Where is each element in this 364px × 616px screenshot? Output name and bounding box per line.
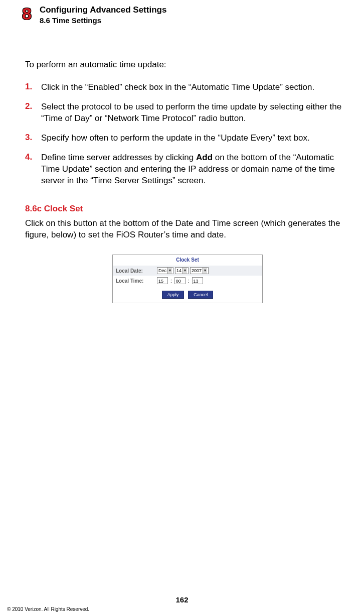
page-number: 162 (0, 595, 364, 604)
local-time-row: Local Time: 15 : 00 : 13 (113, 276, 262, 286)
step-number: 3. (25, 133, 36, 144)
step-text-part: Define time server addresses by clicking (41, 153, 196, 162)
local-date-label: Local Date: (116, 268, 157, 274)
dropdown-icon: ▾ (183, 268, 187, 274)
page-header: 8 Configuring Advanced Settings 8.6 Time… (22, 5, 350, 25)
step-item: 3. Specify how often to perform the upda… (25, 133, 350, 144)
time-colon: : (187, 278, 191, 284)
cancel-button[interactable]: Cancel (188, 291, 213, 299)
step-item: 1. Click in the “Enabled” check box in t… (25, 82, 350, 93)
clock-set-dialog: Clock Set Local Date: Dec▾ 14▾ 2007▾ Loc… (112, 255, 263, 303)
step-item: 4. Define time server addresses by click… (25, 152, 350, 187)
year-value: 2007 (192, 268, 202, 273)
dropdown-icon: ▾ (203, 268, 207, 274)
chapter-title: Configuring Advanced Settings (40, 5, 166, 15)
local-time-label: Local Time: (116, 278, 157, 284)
day-select[interactable]: 14▾ (175, 267, 189, 274)
section-title: 8.6 Time Settings (40, 16, 166, 25)
step-text: Define time server addresses by clicking… (41, 152, 350, 187)
step-item: 2. Select the protocol to be used to per… (25, 101, 350, 125)
chapter-number: 8 (22, 5, 32, 22)
day-value: 14 (176, 268, 181, 273)
apply-button[interactable]: Apply (162, 291, 185, 299)
local-date-controls: Dec▾ 14▾ 2007▾ (157, 267, 209, 274)
step-number: 4. (25, 152, 36, 187)
month-value: Dec (158, 268, 166, 273)
hours-input[interactable]: 15 (157, 277, 168, 284)
month-select[interactable]: Dec▾ (157, 267, 173, 274)
copyright-notice: © 2010 Verizon. All Rights Reserved. (7, 606, 89, 612)
intro-text: To perform an automatic time update: (25, 60, 350, 70)
steps-list: 1. Click in the “Enabled” check box in t… (25, 82, 350, 187)
step-number: 2. (25, 101, 36, 125)
step-bold: Add (196, 153, 213, 162)
subsection-heading: 8.6c Clock Set (25, 204, 350, 214)
figure-wrap: Clock Set Local Date: Dec▾ 14▾ 2007▾ Loc… (25, 255, 350, 303)
clock-set-title: Clock Set (113, 255, 262, 266)
local-time-controls: 15 : 00 : 13 (157, 277, 203, 284)
local-date-row: Local Date: Dec▾ 14▾ 2007▾ (113, 266, 262, 276)
content: To perform an automatic time update: 1. … (25, 60, 350, 303)
step-text: Click in the “Enabled” check box in the … (41, 82, 314, 93)
clock-set-buttons: Apply Cancel (113, 286, 262, 303)
minutes-input[interactable]: 00 (174, 277, 186, 284)
step-text: Specify how often to perform the update … (41, 133, 310, 144)
time-colon: : (169, 278, 173, 284)
header-titles: Configuring Advanced Settings 8.6 Time S… (40, 5, 166, 25)
step-number: 1. (25, 82, 36, 93)
subsection-text: Click on this button at the bottom of th… (25, 218, 350, 241)
dropdown-icon: ▾ (167, 268, 172, 274)
year-select[interactable]: 2007▾ (190, 267, 209, 274)
seconds-input[interactable]: 13 (192, 277, 203, 284)
step-text: Select the protocol to be used to perfor… (41, 101, 350, 125)
